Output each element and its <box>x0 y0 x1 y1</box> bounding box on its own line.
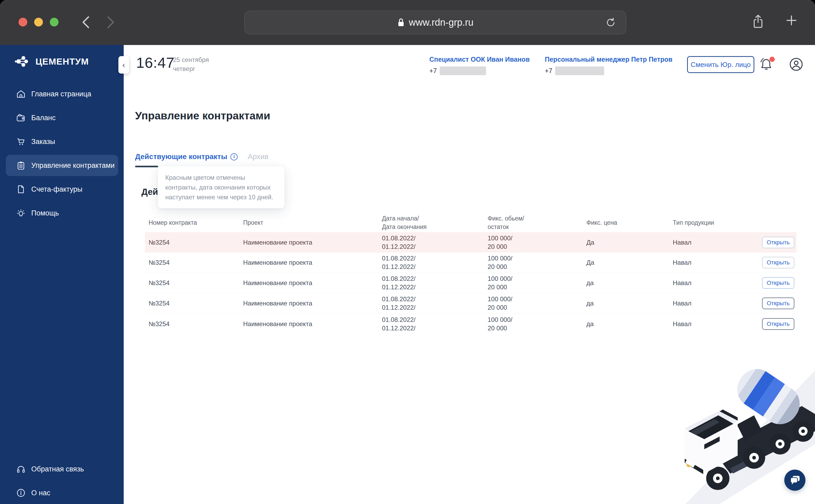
invoice-icon <box>16 184 26 194</box>
table-row: №3254Наименование проекта01.08.2022/01.1… <box>145 314 796 334</box>
contract-number-cell: №3254 <box>145 320 243 328</box>
open-contract-button[interactable]: Открыть <box>762 257 794 268</box>
share-icon <box>752 14 764 29</box>
sidebar-item[interactable]: Обратная связь <box>0 457 124 481</box>
browser-back-button[interactable] <box>77 14 94 31</box>
fixed-price-cell: Да <box>587 239 673 246</box>
contract-number-cell: №3254 <box>145 239 243 246</box>
reload-button[interactable] <box>605 17 616 28</box>
sidebar-footer-nav: Обратная связьО нас <box>0 457 124 504</box>
sidebar-collapse-button[interactable]: ‹ <box>118 56 129 74</box>
open-contract-button[interactable]: Открыть <box>762 277 794 289</box>
close-window-button[interactable] <box>19 18 27 26</box>
plus-icon <box>785 14 798 27</box>
sidebar-nav: Главная страницаБалансЗаказыУправление к… <box>0 82 124 225</box>
open-contract-button[interactable]: Открыть <box>762 298 794 309</box>
project-cell: Наименование проекта <box>243 300 382 307</box>
open-button-cell: Открыть <box>762 257 796 268</box>
table-header-cell: Тип продукции <box>673 218 762 227</box>
table-row: №3254Наименование проекта01.08.2022/01.1… <box>145 253 796 273</box>
redacted-phone-number <box>440 66 486 75</box>
product-type-cell: Навал <box>673 320 762 328</box>
table-header-cell: Номер контракта <box>145 218 243 227</box>
home-icon <box>16 89 26 99</box>
contact-specialist: Специалист ООК Иван Иванов +7 <box>430 56 530 75</box>
sidebar-item-label: Управление контрактами <box>31 161 115 170</box>
product-type-cell: Навал <box>673 239 762 246</box>
sidebar-item[interactable]: Управление контрактами <box>6 155 118 176</box>
chevron-left-icon <box>80 15 91 29</box>
url-text: www.rdn-grp.ru <box>409 17 473 28</box>
project-cell: Наименование проекта <box>243 320 382 328</box>
open-contract-button[interactable]: Открыть <box>762 237 794 248</box>
logo-text: ЦЕМЕНТУМ <box>35 56 89 67</box>
headset-icon <box>16 464 26 474</box>
volume-cell: 100 000/20 000 <box>488 295 587 312</box>
fixed-price-cell: да <box>587 320 673 328</box>
chat-button[interactable] <box>784 470 805 491</box>
table-row: №3254Наименование проекта01.08.2022/01.1… <box>145 273 796 293</box>
sidebar-item[interactable]: Главная страница <box>0 82 124 106</box>
sidebar-item[interactable]: Счета-фактуры <box>0 177 124 201</box>
clock-time: 16:47 <box>136 54 174 71</box>
sidebar-item-label: О нас <box>31 489 50 497</box>
sidebar-item-label: Заказы <box>31 138 55 146</box>
sidebar-item[interactable]: Помощь <box>0 201 124 225</box>
fixed-price-cell: да <box>587 300 673 307</box>
contact-manager-phone-prefix: +7 <box>545 67 553 75</box>
logo[interactable]: ЦЕМЕНТУМ <box>15 55 89 68</box>
main-content: 16:47 25 сентября четверг Специалист ООК… <box>124 45 815 504</box>
sidebar: ЦЕМЕНТУМ ‹ Главная страницаБалансЗаказыУ… <box>0 45 124 504</box>
wallet-icon <box>16 113 26 123</box>
cementum-logo-icon <box>15 55 31 68</box>
product-type-cell: Навал <box>673 259 762 266</box>
change-legal-entity-button[interactable]: Сменить Юр. лицо <box>687 56 754 73</box>
notifications-button[interactable] <box>759 57 775 73</box>
table-header-row: Номер контрактаПроектДата начала/Дата ок… <box>145 213 796 232</box>
tooltip-text: Красным цветом отмечены контракты, дата … <box>165 173 277 202</box>
tab-active-contracts[interactable]: Действующие контракты i <box>135 152 237 161</box>
contact-specialist-phone-prefix: +7 <box>430 67 437 75</box>
product-type-cell: Навал <box>673 300 762 307</box>
volume-cell: 100 000/20 000 <box>488 316 587 332</box>
sidebar-item[interactable]: О нас <box>0 481 124 504</box>
volume-cell: 100 000/20 000 <box>488 254 587 271</box>
contact-manager-name[interactable]: Персональный менеджер Петр Петров <box>545 56 673 63</box>
dates-cell: 01.08.2022/01.12.2022/ <box>382 234 488 251</box>
table-row: №3254Наименование проекта01.08.2022/01.1… <box>145 232 796 253</box>
active-tab-underline <box>135 166 158 167</box>
browser-chrome: www.rdn-grp.ru <box>0 0 815 45</box>
open-contract-button[interactable]: Открыть <box>762 318 794 330</box>
window-controls <box>19 18 59 26</box>
tab-archive[interactable]: Архив <box>248 152 268 161</box>
fixed-price-cell: Да <box>587 259 673 266</box>
user-account-icon <box>789 57 803 71</box>
volume-cell: 100 000/20 000 <box>488 275 587 291</box>
dates-cell: 01.08.2022/01.12.2022/ <box>382 295 488 312</box>
reload-icon <box>605 17 616 28</box>
notification-badge <box>769 57 775 62</box>
sidebar-item-label: Баланс <box>31 114 56 122</box>
sidebar-item[interactable]: Заказы <box>0 130 124 154</box>
address-bar[interactable]: www.rdn-grp.ru <box>244 11 626 34</box>
browser-window: www.rdn-grp.ru <box>0 0 815 504</box>
sidebar-item-label: Помощь <box>31 209 59 217</box>
dates-cell: 01.08.2022/01.12.2022/ <box>382 254 488 271</box>
table-body: №3254Наименование проекта01.08.2022/01.1… <box>145 232 796 334</box>
chevron-right-icon <box>105 15 116 29</box>
account-button[interactable] <box>789 57 803 71</box>
sidebar-item-label: Главная страница <box>31 90 91 98</box>
contact-specialist-name[interactable]: Специалист ООК Иван Иванов <box>430 56 530 63</box>
sidebar-item[interactable]: Баланс <box>0 106 124 130</box>
table-header-cell: Фикс. цена <box>587 218 673 227</box>
dates-cell: 01.08.2022/01.12.2022/ <box>382 316 488 332</box>
new-tab-button[interactable] <box>785 14 798 29</box>
contract-number-cell: №3254 <box>145 300 243 307</box>
clock-weekday: четверг <box>173 65 195 73</box>
minimize-window-button[interactable] <box>34 18 43 26</box>
zoom-window-button[interactable] <box>50 18 59 26</box>
info-icon[interactable]: i <box>230 153 237 160</box>
browser-forward-button[interactable] <box>102 14 119 31</box>
share-button[interactable] <box>752 14 764 29</box>
table-header-cell: Дата начала/Дата окончания <box>382 214 488 231</box>
